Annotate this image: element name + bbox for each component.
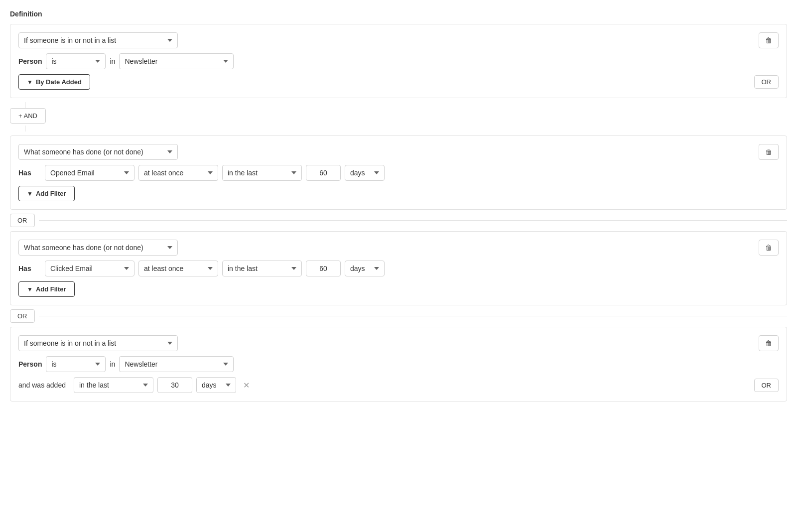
condition-type-select-2[interactable]: What someone has done (or not done) If s… (18, 144, 178, 160)
frequency-select-3[interactable]: at least once zero times at least twice (138, 261, 218, 276)
definition-section: Definition If someone is in or not in a … (10, 10, 787, 401)
timerange-select-3[interactable]: in the last before after all time (222, 261, 302, 276)
person-is-select-4[interactable]: is is not (46, 356, 106, 372)
or-row-1: OR (10, 214, 787, 227)
and-line-2 (25, 126, 25, 132)
date-range-select-4[interactable]: in the last before after (74, 377, 153, 393)
list-select-4[interactable]: Newsletter Customers Prospects (119, 356, 234, 372)
or-button-1[interactable]: OR (754, 75, 779, 89)
has-label-2: Has (18, 169, 41, 177)
trash-icon-3: 🗑 (765, 244, 772, 252)
action-select-3[interactable]: Clicked Email Opened Email Received Emai… (45, 261, 134, 276)
in-label-4: in (110, 360, 115, 368)
trash-icon-2: 🗑 (765, 148, 772, 156)
remove-date-filter-button[interactable]: ✕ (240, 380, 253, 391)
number-input-2[interactable] (306, 165, 341, 181)
or-row-2: OR (10, 309, 787, 323)
trash-icon-4: 🗑 (765, 339, 772, 347)
by-date-button-1[interactable]: ▼ By Date Added (18, 74, 90, 90)
and-connector-1: + AND (10, 102, 787, 132)
or-button-3[interactable]: OR (10, 309, 35, 323)
date-number-input-4[interactable] (157, 377, 192, 393)
number-input-3[interactable] (306, 261, 341, 276)
condition-block-2: What someone has done (or not done) If s… (10, 135, 787, 210)
action-select-2[interactable]: Opened Email Clicked Email Received Emai… (45, 165, 134, 181)
definition-title: Definition (10, 10, 787, 18)
condition-block-3: What someone has done (or not done) If s… (10, 231, 787, 305)
trash-icon-1: 🗑 (765, 36, 772, 44)
condition-block-1: If someone is in or not in a list What s… (10, 24, 787, 98)
unit-select-3[interactable]: days weeks months (345, 261, 385, 276)
unit-select-2[interactable]: days weeks months (345, 165, 385, 181)
frequency-select-2[interactable]: at least once zero times at least twice (138, 165, 218, 181)
timerange-select-2[interactable]: in the last before after all time (222, 165, 302, 181)
condition-type-select-4[interactable]: If someone is in or not in a list What s… (18, 335, 178, 351)
person-label-4: Person (18, 360, 42, 368)
list-select-1[interactable]: Newsletter Customers Prospects (119, 53, 234, 69)
or-button-4[interactable]: OR (754, 379, 779, 392)
condition-type-select-1[interactable]: If someone is in or not in a list What s… (18, 32, 178, 48)
add-filter-button-3[interactable]: ▼ Add Filter (18, 281, 75, 297)
person-label-1: Person (18, 57, 42, 65)
filter-icon-2: ▼ (27, 190, 33, 197)
date-unit-select-4[interactable]: days weeks months (196, 377, 236, 393)
or-line-1 (39, 220, 788, 221)
or-line-2 (39, 316, 788, 316)
add-filter-button-2[interactable]: ▼ Add Filter (18, 186, 75, 201)
filter-icon-3: ▼ (27, 286, 33, 293)
in-label-1: in (110, 57, 115, 65)
delete-block-2-button[interactable]: 🗑 (759, 144, 779, 160)
has-label-3: Has (18, 265, 41, 272)
condition-type-select-3[interactable]: What someone has done (or not done) If s… (18, 240, 178, 256)
delete-block-1-button[interactable]: 🗑 (759, 32, 779, 48)
and-was-added-label: and was added (18, 381, 66, 389)
delete-block-3-button[interactable]: 🗑 (759, 240, 779, 256)
condition-block-4: If someone is in or not in a list What s… (10, 327, 787, 401)
and-line-1 (25, 102, 25, 108)
and-button[interactable]: + AND (10, 108, 46, 124)
filter-icon-by-date: ▼ (27, 79, 33, 86)
person-is-select-1[interactable]: is is not (46, 53, 106, 69)
or-button-2[interactable]: OR (10, 214, 35, 227)
delete-block-4-button[interactable]: 🗑 (759, 335, 779, 351)
